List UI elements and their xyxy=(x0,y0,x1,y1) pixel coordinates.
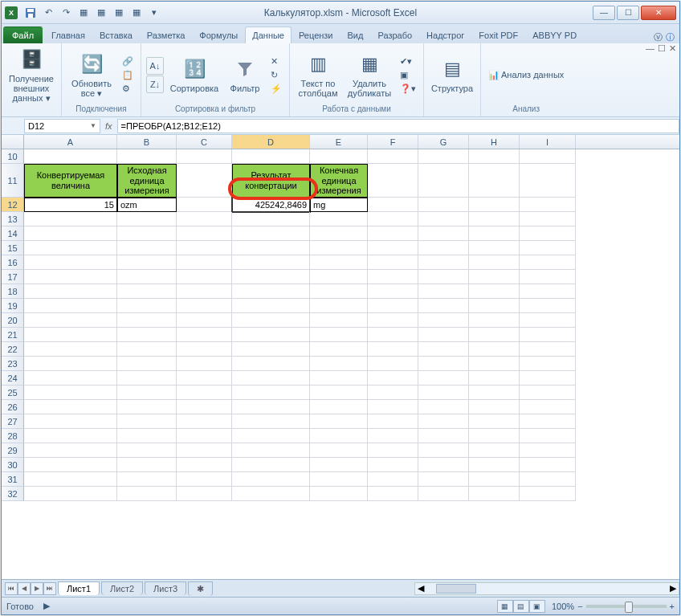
cell[interactable] xyxy=(24,429,117,443)
cell[interactable] xyxy=(418,342,469,357)
cell[interactable] xyxy=(232,284,310,299)
cell[interactable] xyxy=(469,299,520,313)
cell[interactable] xyxy=(520,328,576,342)
cell[interactable] xyxy=(232,342,310,357)
row-header[interactable]: 30 xyxy=(2,458,24,472)
cell[interactable] xyxy=(368,255,418,270)
tab-formulas[interactable]: Формулы xyxy=(192,27,245,43)
cell[interactable] xyxy=(177,255,232,270)
advanced-button[interactable]: ⚡ xyxy=(268,83,284,95)
select-all-corner[interactable] xyxy=(2,135,24,149)
name-box[interactable]: D12▼ xyxy=(24,119,100,133)
new-sheet-button[interactable]: ✱ xyxy=(188,581,213,596)
row-header[interactable]: 10 xyxy=(2,149,24,164)
prev-sheet-button[interactable]: ◀ xyxy=(18,582,31,595)
cell[interactable] xyxy=(520,400,576,414)
cell[interactable] xyxy=(469,212,520,226)
cell[interactable] xyxy=(520,386,576,400)
cell[interactable] xyxy=(469,472,520,487)
cell[interactable] xyxy=(117,255,177,270)
col-header[interactable]: I xyxy=(520,135,576,149)
cell[interactable] xyxy=(418,458,469,472)
cell[interactable] xyxy=(232,299,310,313)
cell[interactable] xyxy=(24,226,117,241)
col-header[interactable]: B xyxy=(117,135,177,149)
mdi-close[interactable]: ✕ xyxy=(669,43,676,54)
cell[interactable] xyxy=(117,400,177,414)
cell[interactable] xyxy=(418,487,469,501)
row-header[interactable]: 23 xyxy=(2,357,24,371)
cell[interactable] xyxy=(310,284,368,299)
cell[interactable] xyxy=(24,328,117,342)
cell[interactable] xyxy=(24,400,117,414)
cell[interactable] xyxy=(368,270,418,284)
validation-button[interactable]: ✔▾ xyxy=(398,55,418,67)
cell[interactable] xyxy=(117,284,177,299)
cell[interactable] xyxy=(368,458,418,472)
row-header[interactable]: 29 xyxy=(2,443,24,458)
cell[interactable] xyxy=(520,458,576,472)
cell[interactable] xyxy=(469,241,520,255)
cell[interactable] xyxy=(232,241,310,255)
col-header[interactable]: F xyxy=(368,135,418,149)
cell[interactable] xyxy=(232,313,310,328)
formula-input[interactable]: =ПРЕОБР(A12;B12;E12) xyxy=(117,119,679,133)
row-header[interactable]: 32 xyxy=(2,487,24,501)
clear-button[interactable]: ✕ xyxy=(268,55,284,67)
zoom-in-button[interactable]: + xyxy=(670,602,675,611)
cell[interactable] xyxy=(177,164,232,198)
cell[interactable] xyxy=(520,313,576,328)
cell[interactable] xyxy=(469,255,520,270)
text-to-columns-button[interactable]: ▥ Текст по столбцам xyxy=(295,50,341,100)
get-external-data-button[interactable]: 🗄️ Получение внешних данных ▾ xyxy=(6,45,56,104)
row-header[interactable]: 31 xyxy=(2,472,24,487)
tab-layout[interactable]: Разметка xyxy=(140,27,193,43)
ribbon-minimize-icon[interactable]: ⓥ xyxy=(654,31,663,43)
cell[interactable] xyxy=(368,386,418,400)
cell[interactable] xyxy=(177,241,232,255)
cell[interactable] xyxy=(232,487,310,501)
cell[interactable] xyxy=(368,299,418,313)
row-header[interactable]: 15 xyxy=(2,241,24,255)
cell[interactable] xyxy=(232,458,310,472)
cell[interactable] xyxy=(177,284,232,299)
row-header[interactable]: 21 xyxy=(2,328,24,342)
cell[interactable] xyxy=(469,342,520,357)
row-header[interactable]: 11 xyxy=(2,164,24,198)
cell[interactable] xyxy=(232,328,310,342)
zoom-slider[interactable] xyxy=(586,605,667,608)
refresh-all-button[interactable]: 🔄 Обновить все ▾ xyxy=(67,50,116,100)
cell[interactable] xyxy=(310,299,368,313)
properties-button[interactable]: 📋 xyxy=(120,69,136,81)
cell[interactable] xyxy=(117,226,177,241)
cell[interactable] xyxy=(24,270,117,284)
undo-icon[interactable]: ↶ xyxy=(40,5,56,21)
cell[interactable] xyxy=(232,414,310,429)
sort-button[interactable]: 🔢 Сортировка xyxy=(167,55,222,95)
cell[interactable] xyxy=(469,284,520,299)
cell[interactable] xyxy=(469,328,520,342)
cell[interactable] xyxy=(117,458,177,472)
cell[interactable] xyxy=(520,342,576,357)
cell[interactable] xyxy=(310,429,368,443)
cell[interactable] xyxy=(520,149,576,164)
cell[interactable] xyxy=(177,458,232,472)
cell[interactable] xyxy=(310,443,368,458)
cell[interactable] xyxy=(520,443,576,458)
col-header[interactable]: D xyxy=(232,135,310,149)
cell[interactable] xyxy=(117,472,177,487)
redo-icon[interactable]: ↷ xyxy=(58,5,74,21)
last-sheet-button[interactable]: ⏭ xyxy=(43,582,56,595)
cell[interactable] xyxy=(520,270,576,284)
cell[interactable] xyxy=(418,414,469,429)
cell[interactable] xyxy=(368,414,418,429)
tab-insert[interactable]: Вставка xyxy=(92,27,140,43)
col-header[interactable]: A xyxy=(24,135,117,149)
cell[interactable] xyxy=(232,255,310,270)
cell[interactable] xyxy=(24,313,117,328)
cell[interactable] xyxy=(418,443,469,458)
cell[interactable] xyxy=(177,299,232,313)
col-header[interactable]: H xyxy=(469,135,520,149)
cell[interactable] xyxy=(177,198,232,212)
cell[interactable] xyxy=(24,414,117,429)
